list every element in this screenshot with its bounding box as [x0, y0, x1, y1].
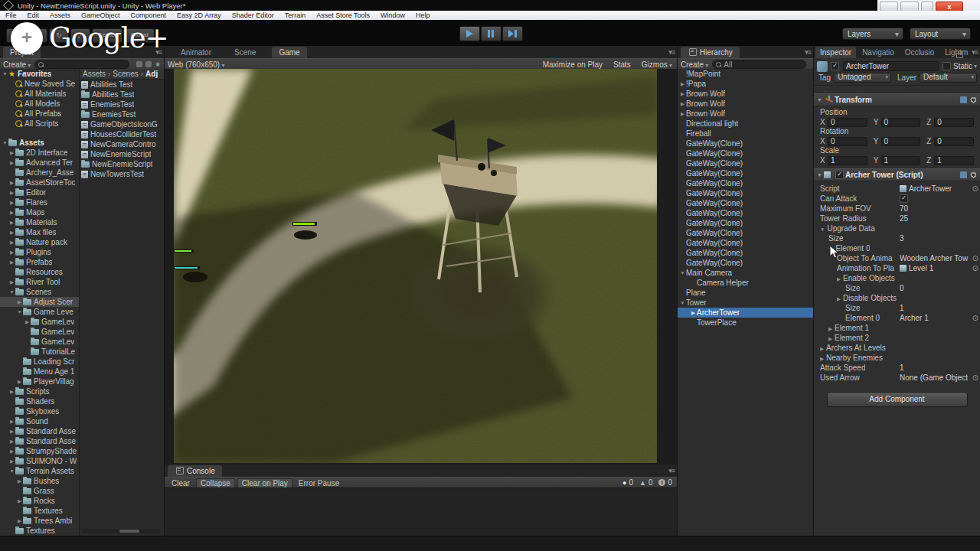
inspector-property-row[interactable]: Used Arrow None (Game Object ⊙ — [814, 373, 980, 383]
inspector-property-row[interactable]: Animation To Pla Level 1 ⊙ — [814, 263, 980, 273]
play-button[interactable] — [459, 26, 480, 41]
menu-item[interactable]: Shader Editor — [227, 11, 279, 19]
file-item[interactable]: NewCameraContro — [80, 139, 164, 149]
tree-item[interactable]: New Saved Se — [0, 79, 79, 89]
disclosure-arrow-icon[interactable] — [16, 496, 23, 506]
tab-scene[interactable]: Scene — [227, 47, 263, 58]
hierarchy-item[interactable]: Fireball — [678, 129, 813, 139]
hierarchy-item[interactable]: GateWay(Clone) — [678, 228, 813, 238]
disclosure-arrow-icon[interactable] — [679, 79, 686, 89]
disclosure-arrow-icon[interactable] — [8, 386, 15, 396]
hierarchy-item[interactable]: GateWay(Clone) — [678, 139, 813, 148]
disclosure-arrow-icon[interactable] — [24, 317, 31, 327]
disclosure-arrow-icon[interactable] — [16, 297, 23, 307]
favorites-star-icon[interactable]: ★ — [155, 61, 161, 67]
tree-item[interactable]: Resources — [0, 267, 79, 277]
add-component-button[interactable]: Add Component — [827, 392, 968, 407]
position-z-field[interactable]: 0 — [934, 118, 974, 127]
pivot-toggle-button[interactable]: Center — [92, 28, 122, 43]
disclosure-arrow-icon[interactable] — [690, 308, 697, 318]
hierarchy-item[interactable]: Tower — [678, 298, 813, 308]
disclosure-arrow-icon[interactable] — [8, 446, 15, 456]
tree-item[interactable]: Nature pack — [0, 237, 79, 247]
panel-menu-icon[interactable]: ▾≡ — [668, 48, 675, 56]
console-clear-button[interactable]: Clear — [168, 479, 194, 487]
tab-project[interactable]: Project — [3, 47, 41, 58]
disclosure-arrow-icon[interactable] — [8, 257, 15, 267]
scrollbar-knob[interactable] — [119, 530, 139, 533]
tree-item[interactable]: Adjust Scer — [0, 297, 79, 307]
disclosure-arrow-icon[interactable] — [8, 148, 15, 158]
hierarchy-search-input[interactable]: All — [712, 60, 806, 69]
disclosure-arrow-icon[interactable] — [679, 109, 686, 119]
tree-item[interactable]: Archery_Asse — [0, 168, 79, 178]
disclosure-arrow-icon[interactable] — [8, 158, 15, 168]
tree-item[interactable]: All Prefabs — [0, 109, 79, 119]
hierarchy-create-button[interactable]: Create — [681, 60, 708, 69]
tree-item[interactable]: Flares — [0, 197, 79, 207]
tree-item[interactable]: Standard Asse — [0, 436, 79, 446]
breadcrumb-item[interactable]: Scenes — [106, 70, 139, 78]
static-dropdown-icon[interactable]: ▾ — [974, 63, 977, 70]
hierarchy-item[interactable]: GateWay(Clone) — [678, 198, 813, 208]
hand-tool-button[interactable]: ✥ — [6, 28, 26, 43]
tab-game[interactable]: Game — [272, 47, 306, 58]
tree-item[interactable]: Scripts — [0, 386, 79, 396]
tag-dropdown[interactable]: Untagged — [834, 73, 891, 83]
search-by-label-icon[interactable] — [145, 61, 152, 67]
position-y-field[interactable]: 0 — [881, 118, 921, 127]
disclosure-arrow-icon[interactable] — [2, 138, 8, 148]
scale-z-field[interactable]: 1 — [934, 156, 974, 165]
tab-console[interactable]: Console — [168, 465, 222, 477]
disclosure-arrow-icon[interactable] — [679, 99, 686, 109]
object-picker-icon[interactable]: ⊙ — [972, 373, 978, 383]
component-enabled-checkbox[interactable] — [835, 171, 844, 179]
inspector-property-row[interactable]: Element 0 ⊙ — [814, 243, 980, 253]
tab-animator[interactable]: Animator — [174, 47, 218, 58]
disclosure-arrow-icon[interactable] — [16, 516, 23, 526]
disclosure-arrow-icon[interactable] — [16, 476, 23, 486]
active-checkbox[interactable] — [831, 62, 839, 70]
panel-menu-icon[interactable]: ▾≡ — [668, 467, 675, 474]
inspector-property-row[interactable]: Size 3 ⊙ — [814, 233, 980, 243]
hierarchy-item[interactable]: Directional light — [678, 119, 813, 129]
inspector-property-row[interactable]: Script ArcherTower ⊙ — [814, 184, 980, 194]
hierarchy-item[interactable]: Brown Wolf — [678, 99, 813, 109]
inspector-property-row[interactable]: Element 0 Archer 1 ⊙ — [814, 313, 980, 323]
tab-hierarchy[interactable]: Hierarchy — [681, 47, 740, 58]
checkbox-icon[interactable] — [900, 194, 908, 203]
breadcrumb-item[interactable]: Adj — [139, 70, 158, 78]
tree-item[interactable]: TutorialLe — [0, 347, 79, 357]
tree-item[interactable]: Favorites — [0, 69, 79, 79]
disclosure-arrow-icon[interactable] — [8, 436, 15, 446]
hierarchy-item[interactable]: Brown Wolf — [678, 109, 813, 119]
console-clear-on-play-toggle[interactable]: Clear on Play — [237, 478, 292, 488]
disclosure-arrow-icon[interactable] — [679, 298, 686, 308]
inspector-property-row[interactable]: Enable Objects ⊙ — [814, 273, 980, 283]
inspector-property-row[interactable]: Size 0 ⊙ — [814, 283, 980, 293]
tab-occlusion[interactable]: Occlusio — [900, 47, 939, 58]
tree-item[interactable]: Textures — [0, 506, 79, 516]
disclosure-arrow-icon[interactable] — [8, 456, 15, 466]
foldout-arrow-icon[interactable]: ▼ — [817, 172, 824, 178]
inspector-property-row[interactable]: Tower Radius 25 ⊙ — [814, 214, 980, 223]
script-component-header[interactable]: ▼ Archer Tower (Script) — [814, 168, 980, 181]
object-picker-icon[interactable]: ⊙ — [972, 184, 978, 194]
inspector-property-row[interactable]: Size 1 ⊙ — [814, 303, 980, 313]
inspector-property-row[interactable]: Can Attack ⊙ — [814, 194, 980, 204]
space-toggle-button[interactable]: Global — [124, 28, 155, 43]
hierarchy-item[interactable]: GateWay(Clone) — [678, 248, 813, 258]
layers-dropdown[interactable]: Layers — [842, 28, 903, 40]
breadcrumb-item[interactable]: Assets — [83, 70, 106, 78]
file-item[interactable]: Abilities Test — [80, 80, 164, 90]
menu-item[interactable]: Window — [375, 11, 410, 19]
tree-item[interactable]: Assets — [0, 138, 79, 148]
tree-item[interactable]: Max files — [0, 227, 79, 237]
menu-item[interactable]: GameObject — [76, 11, 126, 19]
tree-item[interactable]: Materials — [0, 217, 79, 227]
rotation-x-field[interactable]: 0 — [828, 137, 867, 146]
panel-menu-icon[interactable]: ▾≡ — [155, 48, 162, 56]
help-icon[interactable] — [960, 171, 967, 178]
hierarchy-item[interactable]: Camera Helper — [678, 278, 813, 288]
tree-item[interactable]: Prefabs — [0, 257, 79, 267]
